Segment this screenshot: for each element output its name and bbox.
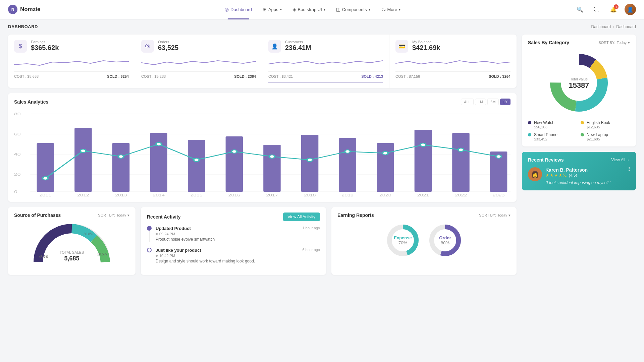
orders-cost: COST : $5,233 (141, 74, 166, 78)
legend-label-watch: New Watch (534, 120, 554, 125)
expense-title: Expense (394, 235, 412, 240)
activity-time-2: 6 hour ago (302, 248, 320, 252)
earnings-label: Earnings (31, 40, 59, 44)
svg-text:2012: 2012 (77, 193, 89, 196)
svg-text:TOTAL SALES: TOTAL SALES (60, 250, 84, 254)
review-text: "I feel confident imposing on myself." (545, 180, 625, 185)
source-sort-label: SORT BY: (98, 213, 115, 217)
menu-dot-2 (629, 170, 630, 171)
nav-more-label: More (387, 7, 397, 12)
activity-sub-dot-1 (156, 233, 158, 235)
svg-rect-20 (415, 130, 432, 192)
order-title: Order (439, 235, 451, 240)
stat-earnings: $ Earnings $365.62k COST : $8,653 SOL (8, 35, 135, 88)
filter-1m[interactable]: 1M (475, 99, 486, 105)
review-menu[interactable] (629, 167, 630, 171)
earning-sort[interactable]: SORT BY: Today ▾ (479, 213, 511, 218)
legend-dot-laptop (581, 133, 584, 136)
apps-chevron: ▾ (280, 8, 282, 11)
activity-content-1: Updated Product 1 hour ago 09:24 PM Prod… (156, 226, 320, 242)
nav-bootstrap[interactable]: ◈ Bootstrap UI ▾ (288, 5, 330, 14)
activity-desc-2: Design and style should work toward maki… (156, 259, 320, 263)
svg-rect-21 (452, 133, 469, 192)
earnings-chart (14, 55, 129, 69)
brand[interactable]: N Nomzie (8, 5, 40, 14)
earning-sort-label: SORT BY: (479, 213, 496, 217)
svg-text:2020: 2020 (379, 193, 391, 196)
filter-1y[interactable]: 1Y (500, 99, 511, 105)
category-title: Sales By Category (528, 40, 569, 45)
view-all-reviews[interactable]: View All → (611, 158, 630, 162)
customers-label: Customers (285, 40, 311, 44)
customers-value: 236.41M (285, 44, 311, 52)
search-button[interactable]: 🔍 (574, 4, 586, 15)
nav-dashboard[interactable]: ◎ Dashboard (220, 5, 257, 14)
activity-card: Recent Activity View All Activity Update… (141, 207, 326, 275)
brand-icon: N (8, 5, 17, 14)
source-sort[interactable]: SORT BY: Today ▾ (98, 213, 129, 218)
bootstrap-icon: ◈ (292, 7, 296, 12)
activity-subtime-2: 10:42 PM (159, 254, 175, 258)
legend-label-phone: Smart Phone (534, 132, 557, 137)
expense-label: Expense 70% (394, 235, 412, 245)
legend-new-laptop: New Laptop $21,685 (581, 132, 630, 141)
activity-sub-2: 10:42 PM (156, 254, 320, 258)
source-sort-value: Today (116, 213, 126, 217)
sales-chart: 80 60 40 20 0 (14, 109, 511, 196)
svg-text:20: 20 (14, 172, 21, 176)
more-chevron: ▾ (399, 8, 400, 11)
customers-sold: SOLD : 4213 (361, 74, 383, 78)
balance-label: My Balance (412, 40, 440, 44)
orders-footer: COST : $5,233 SOLD : 2364 (141, 71, 256, 78)
notification-button[interactable]: 🔔 4 (608, 4, 619, 15)
analytics-title: Sales Analytics (14, 99, 48, 105)
bottom-row: Source of Purchases SORT BY: Today ▾ (8, 207, 517, 275)
activity-dot-empty (147, 248, 152, 252)
legend-english-book: English Book $12,635 (581, 120, 630, 129)
svg-text:30.8%: 30.8% (84, 232, 93, 236)
activity-title-2: Just like your product (156, 248, 201, 253)
nav-components[interactable]: ◫ Components ▾ (331, 5, 375, 14)
nav-more[interactable]: 🗂 More ▾ (376, 5, 406, 14)
nav-links: ◎ Dashboard ⊞ Apps ▾ ◈ Bootstrap UI ▾ ◫ … (51, 5, 574, 14)
customers-footer: COST : $3,421 SOLD : 4213 (268, 71, 383, 82)
legend-dot-phone (528, 133, 531, 136)
user-avatar[interactable]: 👤 (625, 4, 636, 15)
review-rating: (4.5) (569, 173, 577, 178)
legend-value-phone: $33,452 (534, 137, 557, 141)
components-chevron: ▾ (369, 8, 370, 11)
view-all-activity-button[interactable]: View All Activity (283, 213, 320, 221)
page-header: DASHBOARD Dashboard › Dashboard (8, 24, 636, 29)
legend-label-book: English Book (587, 120, 610, 125)
svg-point-28 (231, 150, 237, 153)
reviews-card: Recent Reviews View All → 👩 Karen B. Pat… (522, 152, 636, 190)
svg-text:2022: 2022 (455, 193, 467, 196)
components-icon: ◫ (336, 7, 340, 12)
legend-value-laptop: $21,685 (587, 137, 608, 141)
legend-dot-watch (528, 121, 531, 124)
earnings-icon: $ (14, 40, 27, 53)
legend-value-watch: $56,263 (534, 125, 554, 129)
legend-new-watch: New Watch $56,263 (528, 120, 577, 129)
earnings-footer: COST : $8,653 SOLD : 6254 (14, 71, 129, 78)
view-all-arrow: → (626, 158, 630, 162)
reviewer-name: Karen B. Patterson (545, 167, 625, 173)
source-sort-chevron: ▾ (127, 213, 129, 218)
svg-rect-13 (150, 133, 167, 192)
svg-point-24 (80, 149, 86, 153)
nav-bootstrap-label: Bootstrap UI (298, 7, 322, 12)
reviews-header: Recent Reviews View All → (528, 157, 630, 163)
nav-apps-label: Apps (268, 7, 278, 12)
filter-6m[interactable]: 6M (487, 99, 498, 105)
earning-card: Earning Reports SORT BY: Today ▾ (331, 207, 517, 275)
activity-dot-filled (147, 226, 152, 231)
stat-customers: 👤 Customers 236.41M COST : $3,421 SO (262, 35, 389, 88)
svg-text:2014: 2014 (153, 193, 165, 196)
orders-icon: 🛍 (141, 40, 154, 53)
filter-all[interactable]: ALL (461, 99, 474, 105)
fullscreen-button[interactable]: ⛶ (591, 4, 602, 15)
nav-apps[interactable]: ⊞ Apps ▾ (258, 5, 286, 14)
category-sort[interactable]: SORT BY: Today ▾ (598, 41, 630, 45)
activity-sub-dot-2 (156, 255, 158, 257)
svg-text:2023: 2023 (493, 193, 505, 196)
